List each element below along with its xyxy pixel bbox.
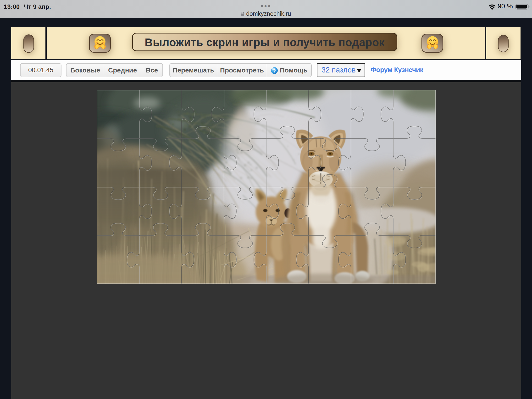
svg-text:?: ? — [273, 68, 276, 73]
